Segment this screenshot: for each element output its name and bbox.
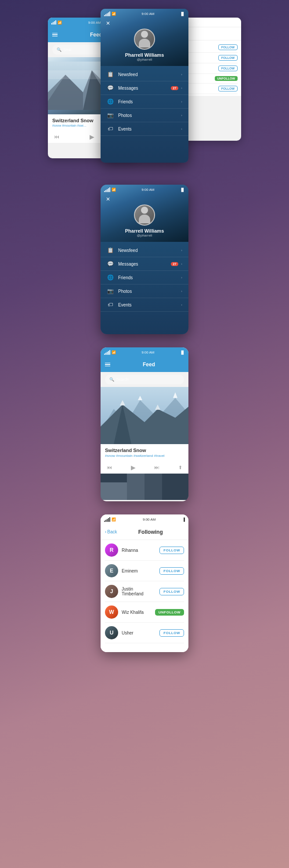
- bg-follow-btn-2[interactable]: FOLLOW: [218, 55, 238, 61]
- events-chevron: ›: [181, 127, 182, 131]
- s2-friends-label: Friends: [118, 275, 133, 280]
- events-icon: 🏷: [107, 126, 114, 132]
- bg-feed-time: 9:00 AM: [88, 21, 101, 25]
- following-item-justin: J Justin Timberland FOLLOW: [105, 581, 184, 602]
- menu-items-list: 📋 Newsfeed › 💬 Messages 27 › 🌐 Friend: [101, 66, 188, 138]
- following-item-rihanna: R Rihanna FOLLOW: [105, 540, 184, 561]
- eminem-initial: E: [105, 564, 118, 577]
- s2-newsfeed-label: Newsfeed: [118, 248, 137, 253]
- rihanna-follow-btn[interactable]: FOLLOW: [159, 547, 184, 554]
- wiz-unfollow-btn[interactable]: UNFOLLOW: [155, 609, 184, 616]
- menu-item-newsfeed[interactable]: 📋 Newsfeed ›: [101, 68, 188, 81]
- s2-newsfeed-chevron: ›: [181, 248, 182, 252]
- s4-back-btn[interactable]: ‹ Back: [105, 529, 117, 534]
- s3-rewind-btn[interactable]: ⏮: [107, 464, 112, 470]
- usher-avatar: U: [105, 626, 118, 639]
- newsfeed-icon: 📋: [107, 71, 114, 77]
- s2-menu-photos[interactable]: 📷 Photos ›: [101, 284, 188, 298]
- following-standalone-screen: 📶 9:00 AM ▐ ‹ Back Following R Rihanna F…: [101, 514, 188, 652]
- s2-newsfeed-icon: 📋: [107, 247, 114, 253]
- s2-photos-icon: 📷: [107, 288, 114, 294]
- usher-follow-btn[interactable]: FOLLOW: [159, 629, 184, 637]
- s3-search-bar[interactable]: 🔍 Search: [105, 375, 184, 384]
- rihanna-avatar: R: [105, 543, 118, 557]
- s3-next-preview: [101, 474, 188, 500]
- eminem-follow-btn[interactable]: FOLLOW: [159, 567, 184, 575]
- s3-battery: ▐▌: [180, 350, 185, 354]
- s3-search-text: Search: [116, 377, 129, 382]
- s3-forward-btn[interactable]: ⏭: [154, 464, 159, 470]
- s3-feed-title: Feed: [114, 361, 184, 368]
- following-item-usher: U Usher FOLLOW: [105, 623, 184, 643]
- s2-events-chevron: ›: [181, 303, 182, 307]
- menu-overlay-time: 9:00 AM: [141, 12, 154, 16]
- eminem-avatar: E: [105, 564, 118, 577]
- composite-screen: 📶 9:00 AM ▐▌ Feed 🔍 Sear: [61, 9, 228, 171]
- s2-events-icon: 🏷: [107, 302, 114, 308]
- back-label: Back: [107, 529, 117, 534]
- s2-menu-header: 📶 9:00 AM ▐▌ ✕ Pharrell Williams @pharre…: [101, 185, 188, 242]
- menu-item-friends[interactable]: 🌐 Friends ›: [101, 95, 188, 109]
- menu-user-handle: @pharrell: [137, 58, 152, 62]
- menu-item-messages[interactable]: 💬 Messages 27 ›: [101, 81, 188, 95]
- menu-user-name: Pharrell Williams: [125, 52, 164, 58]
- s2-menu-newsfeed[interactable]: 📋 Newsfeed ›: [101, 244, 188, 257]
- s2-events-label: Events: [118, 303, 132, 307]
- rewind-btn[interactable]: ⏮: [54, 134, 59, 140]
- s2-messages-badge: 27: [171, 262, 179, 266]
- s3-play-btn[interactable]: ▶: [131, 464, 136, 471]
- s2-menu-friends[interactable]: 🌐 Friends ›: [101, 271, 188, 284]
- menu-header: 📶 9:00 AM ▐▌ ✕ Pharrell Williams @pharre…: [101, 9, 188, 66]
- wiz-name: Wiz Khalifa: [122, 610, 152, 615]
- messages-badge: 27: [171, 86, 179, 90]
- s3-card-title: Switzerland Snow: [105, 448, 184, 453]
- events-label: Events: [118, 127, 132, 131]
- s2-photos-chevron: ›: [181, 289, 182, 293]
- menu-standalone-screen: 📶 9:00 AM ▐▌ ✕ Pharrell Williams @pharre…: [101, 185, 188, 334]
- justin-initial: J: [105, 585, 118, 598]
- play-btn[interactable]: ▶: [90, 133, 94, 140]
- s2-messages-chevron: ›: [181, 262, 182, 266]
- hamburger-icon[interactable]: [52, 32, 58, 38]
- s2-close-btn[interactable]: ✕: [104, 195, 112, 203]
- photos-label: Photos: [118, 113, 132, 118]
- menu-avatar: [134, 29, 155, 50]
- s2-avatar: [134, 204, 155, 226]
- s2-user-name: Pharrell Williams: [125, 228, 164, 233]
- s2-friends-chevron: ›: [181, 276, 182, 280]
- bg-follow-btn-1[interactable]: FOLLOW: [218, 44, 238, 50]
- bg-follow-btn-3[interactable]: FOLLOW: [218, 66, 238, 71]
- s2-menu-items: 📋 Newsfeed › 💬 Messages 27 › 🌐 Friends ›: [101, 242, 188, 314]
- s3-share-btn[interactable]: ⬆: [178, 465, 182, 470]
- bg-feed-search: Sear: [63, 47, 72, 52]
- following-item-eminem: E Eminem FOLLOW: [105, 561, 184, 581]
- s3-feed-card: Switzerland Snow #snow #mountain #switze…: [101, 444, 188, 461]
- newsfeed-label: Newsfeed: [118, 72, 137, 77]
- usher-initial: U: [105, 626, 118, 639]
- justin-follow-btn[interactable]: FOLLOW: [159, 588, 184, 595]
- s2-messages-label: Messages: [118, 262, 138, 266]
- s2-menu-messages[interactable]: 💬 Messages 27 ›: [101, 257, 188, 271]
- back-chevron-icon: ‹: [105, 529, 106, 534]
- s2-friends-icon: 🌐: [107, 274, 114, 281]
- newsfeed-chevron: ›: [181, 73, 182, 77]
- s4-status-bar: 📶 9:00 AM ▐: [101, 514, 188, 524]
- s4-time: 9:00 AM: [143, 518, 155, 522]
- menu-overlay-screen: 📶 9:00 AM ▐▌ ✕ Pharrell Williams @pharre…: [101, 9, 188, 163]
- bg-follow-btn-4[interactable]: FOLLOW: [218, 86, 238, 91]
- menu-close-btn[interactable]: ✕: [104, 19, 112, 27]
- s3-hamburger-icon[interactable]: [105, 362, 110, 368]
- s3-time: 9:00 AM: [141, 350, 154, 354]
- menu-item-events[interactable]: 🏷 Events ›: [101, 122, 188, 136]
- friends-chevron: ›: [181, 100, 182, 104]
- s3-card-tags: #snow #mountain #switzerland #travel: [105, 454, 184, 458]
- following-item-wiz: W Wiz Khalifa UNFOLLOW: [105, 602, 184, 623]
- friends-icon: 🌐: [107, 98, 114, 105]
- s2-status-time: 9:00 AM: [141, 188, 154, 192]
- svg-rect-15: [144, 474, 162, 500]
- rihanna-initial: R: [105, 543, 118, 557]
- s2-menu-events[interactable]: 🏷 Events ›: [101, 298, 188, 312]
- bg-unfollow-btn[interactable]: UNFOLLOW: [215, 76, 238, 81]
- menu-item-photos[interactable]: 📷 Photos ›: [101, 109, 188, 122]
- eminem-name: Eminem: [122, 569, 156, 573]
